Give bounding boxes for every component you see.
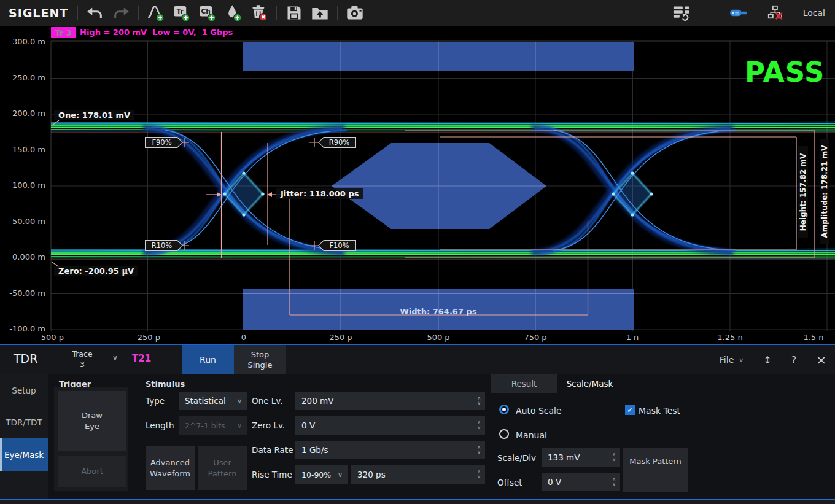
advanced-waveform-button[interactable]: AdvancedWaveform: [146, 446, 195, 490]
chevron-down-icon: ∨: [237, 422, 242, 430]
draw-eye-button[interactable]: DrawEye: [58, 391, 126, 451]
rise-range-dropdown[interactable]: 10-90% ∨: [295, 465, 348, 484]
tab-scale-mask[interactable]: Scale/Mask: [557, 374, 622, 393]
marker-tag-f90: F90%: [145, 137, 183, 148]
y-tick: 50.00 m: [0, 217, 45, 226]
chevron-down-icon: ∨: [338, 471, 343, 479]
x-tick: 0: [222, 333, 265, 342]
resize-panel-icon[interactable]: ↕: [763, 354, 771, 366]
run-button[interactable]: Run: [182, 345, 234, 374]
spin-down-icon[interactable]: ∨: [477, 401, 481, 406]
chevron-down-icon: ∨: [739, 356, 744, 364]
screenshot-camera-icon[interactable]: [344, 3, 366, 23]
ch-glyph: Ch: [201, 7, 211, 15]
add-marker-icon[interactable]: [222, 3, 244, 23]
delete-trash-icon[interactable]: [248, 3, 270, 23]
x-tick: 750 p: [514, 333, 557, 342]
close-icon[interactable]: ×: [816, 352, 826, 367]
type-label: Type: [146, 396, 165, 406]
taskbar-edge: [0, 499, 835, 504]
usb-host-icon[interactable]: [728, 3, 750, 23]
zero-level-label: Zero Lv.: [252, 421, 285, 430]
tab-tdr-tdt[interactable]: TDR/TDT: [0, 409, 48, 436]
lan-disconnected-icon[interactable]: [764, 3, 786, 23]
brand-logo: SIGLENT: [9, 6, 68, 20]
redo-icon[interactable]: [110, 3, 132, 23]
eye-diagram-plot[interactable]: Tr 3 High = 200 mV Low = 0V, 1 Gbps PASS…: [0, 26, 835, 344]
panel-title: TDR: [14, 352, 37, 365]
one-level-input[interactable]: 200 mV ∧∨: [295, 392, 485, 410]
trace-settings-label: High = 200 mV Low = 0V, 1 Gbps: [80, 28, 233, 37]
spin-down-icon[interactable]: ∨: [477, 425, 481, 430]
auto-scale-label[interactable]: Auto Scale: [516, 406, 562, 416]
x-tick: 1 n: [611, 333, 654, 342]
help-icon[interactable]: ?: [791, 354, 797, 366]
tab-setup[interactable]: Setup: [0, 377, 48, 404]
eye-crossing-2: [531, 126, 736, 254]
mask-test-label[interactable]: Mask Test: [639, 406, 680, 416]
spin-down-icon[interactable]: ∨: [477, 475, 481, 479]
y-tick: 300.0 m: [0, 37, 45, 46]
divider: [337, 6, 338, 20]
y-tick: 0.000 m: [0, 252, 45, 262]
rise-time-input[interactable]: 320 ps ∧∨: [351, 465, 485, 484]
y-tick: 100.0 m: [0, 180, 45, 190]
x-tick: -500 p: [29, 333, 72, 342]
marker-tag-f10: F10%: [318, 240, 356, 251]
auto-scale-radio[interactable]: [499, 405, 509, 414]
x-tick: 250 p: [319, 333, 362, 342]
tab-result[interactable]: Result: [491, 374, 557, 393]
offset-input[interactable]: 0 V ∧∨: [542, 473, 620, 491]
one-level-readout: One: 178.01 mV: [54, 110, 134, 120]
user-pattern-button[interactable]: UserPattern: [198, 446, 247, 490]
file-menu[interactable]: File ∨: [720, 355, 744, 365]
x-tick: 1.5 n: [792, 333, 835, 342]
spin-down-icon[interactable]: ∨: [612, 482, 616, 487]
scale-div-input[interactable]: 133 mV ∧∨: [542, 448, 620, 467]
mask-test-pass-label: PASS: [745, 56, 825, 88]
stop-single-button[interactable]: StopSingle: [234, 345, 286, 374]
mask-test-checkbox[interactable]: ✓: [625, 405, 635, 415]
plot-canvas[interactable]: [0, 26, 835, 344]
one-level-label: One Lv.: [252, 396, 283, 406]
zero-level-input[interactable]: 0 V ∧∨: [295, 416, 485, 435]
rise-time-label: Rise Time: [252, 470, 292, 479]
marker-tag-r90: R90%: [318, 137, 356, 148]
undo-icon[interactable]: [84, 3, 106, 23]
zero-level-readout: Zero: -200.95 µV: [54, 266, 138, 276]
spin-down-icon[interactable]: ∨: [612, 457, 616, 462]
abort-button[interactable]: Abort: [58, 456, 126, 487]
trace-selector[interactable]: Trace 3: [64, 349, 101, 370]
height-readout: Height: 157.82 mV: [798, 146, 808, 238]
mask-pattern-button[interactable]: Mask Pattern: [623, 448, 688, 492]
divider: [710, 6, 710, 20]
panel-header: TDR Trace 3 ∨ T21 Run StopSingle File ∨ …: [0, 345, 835, 374]
manual-radio[interactable]: [499, 429, 509, 439]
tdr-control-panel: TDR Trace 3 ∨ T21 Run StopSingle File ∨ …: [0, 344, 835, 499]
length-label: Length: [146, 421, 174, 430]
tab-eye-mask[interactable]: Eye/Mask: [0, 438, 48, 471]
save-icon[interactable]: [283, 3, 305, 23]
sidebar-tabs: Setup TDR/TDT Eye/Mask: [0, 374, 48, 500]
x-tick: -250 p: [126, 333, 169, 342]
display-settings-icon[interactable]: [670, 3, 693, 23]
type-dropdown[interactable]: Statistical ∨: [179, 392, 247, 410]
y-tick: 250.0 m: [0, 73, 45, 82]
spin-down-icon[interactable]: ∨: [477, 450, 481, 455]
add-waveform-icon[interactable]: [145, 3, 167, 23]
divider: [138, 6, 139, 20]
data-rate-input[interactable]: 1 Gb/s ∧∨: [295, 441, 485, 459]
add-channel-icon[interactable]: Ch: [196, 3, 219, 23]
add-trace-icon[interactable]: Tr: [171, 3, 193, 23]
local-status-label[interactable]: Local: [803, 8, 825, 18]
trace-name-label: T21: [132, 353, 151, 364]
chevron-down-icon: ∨: [237, 397, 242, 405]
stimulus-group-label: Stimulus: [146, 379, 185, 389]
manual-label[interactable]: Manual: [516, 430, 547, 440]
app-window: SIGLENT Tr Ch: [0, 0, 835, 504]
toolbar: SIGLENT Tr Ch: [0, 0, 835, 26]
chevron-down-icon[interactable]: ∨: [112, 354, 118, 362]
trace-badge[interactable]: Tr 3: [51, 27, 76, 38]
open-file-icon[interactable]: [309, 3, 331, 23]
y-tick: -50.00 m: [0, 289, 45, 298]
